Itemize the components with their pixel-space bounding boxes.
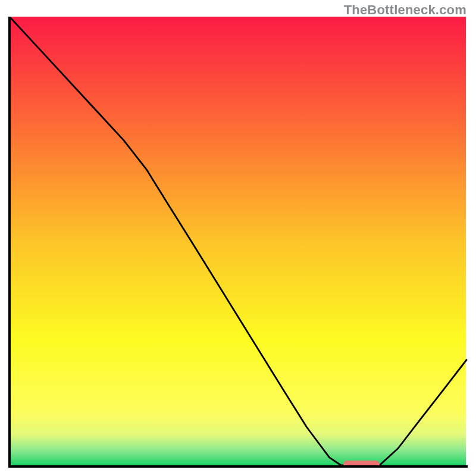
axes [8,17,468,468]
plot-outer [8,17,468,468]
plot-area [8,17,468,468]
chart-frame: TheBottleneck.com [0,0,476,476]
watermark-label: TheBottleneck.com [344,2,466,18]
